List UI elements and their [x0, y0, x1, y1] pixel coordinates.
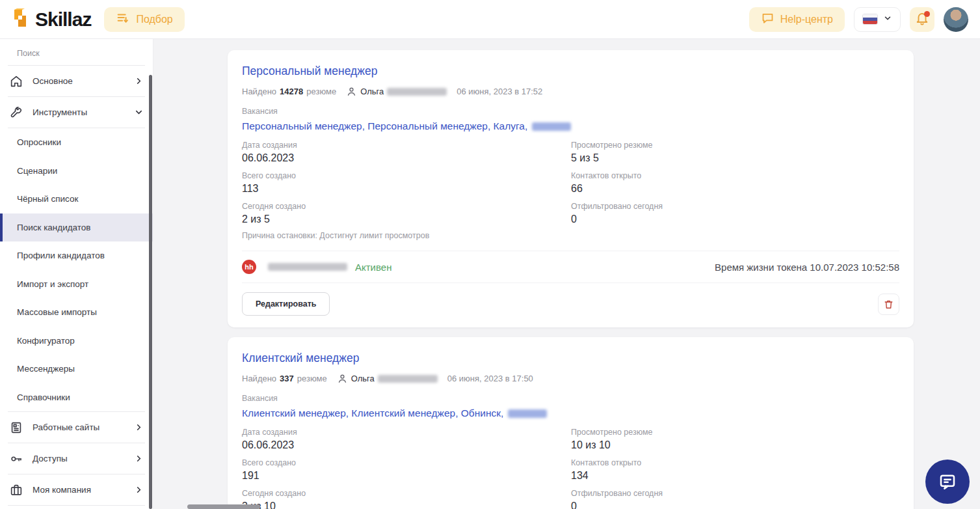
vacancy-link-text: Персональный менеджер, Персональный мене… [242, 120, 527, 132]
sidebar-item-label: Конфигуратор [17, 336, 75, 346]
sidebar-item-spravochniki[interactable]: Справочники [0, 383, 153, 412]
sidebar-item-poisk-kandidatov[interactable]: Поиск кандидатов [0, 213, 153, 242]
stat-label: Всего создано [242, 458, 571, 467]
trash-icon [883, 299, 894, 310]
author-first-name: Ольга [360, 87, 384, 96]
sidebar-item-messendzhery[interactable]: Мессенджеры [0, 355, 153, 383]
stat-label: Дата создания [242, 428, 571, 437]
account-row: hh Активен Время жизни токена 10.07.2023… [242, 251, 899, 283]
sidebar-item-label: Поиск кандидатов [17, 223, 91, 232]
created-at: 06 июня, 2023 в 17:50 [447, 374, 533, 383]
filter-list-icon [116, 11, 130, 28]
chevron-down-icon [134, 107, 144, 117]
vacancy-link[interactable]: Персональный менеджер, Персональный мене… [242, 120, 899, 132]
sidebar-scrollbar[interactable] [149, 75, 152, 509]
resume-suffix: резюме [306, 87, 336, 96]
chevron-right-icon [134, 485, 144, 495]
sidebar-item-label: Работные сайты [33, 422, 99, 432]
delete-button[interactable] [878, 294, 899, 315]
sidebar-item-oprosniki[interactable]: Опросники [0, 128, 153, 157]
sidebar-item-label: Опросники [17, 137, 61, 147]
sidebar-item-label: Доступы [33, 454, 68, 463]
search-task-card: Клиентский менеджер Найдено 337 резюме О… [228, 337, 914, 509]
card-title-link[interactable]: Персональный менеджер [242, 64, 378, 78]
vacancy-id-blurred [532, 122, 571, 131]
horizontal-scrollbar[interactable] [187, 504, 260, 509]
notifications-button[interactable] [910, 7, 934, 32]
chat-widget-button[interactable] [925, 460, 970, 504]
stat-label: Контактов открыто [571, 171, 899, 180]
edit-button[interactable]: Редактировать [242, 292, 330, 316]
sidebar-item-rabotnye-saity[interactable]: Работные сайты [0, 412, 153, 443]
sidebar-item-instrumenty[interactable]: Инструменты [0, 97, 153, 128]
author-surname-blurred [387, 88, 447, 96]
sidebar-item-cherny-spisok[interactable]: Чёрный список [0, 185, 153, 213]
stats-grid: Дата создания06.06.2023 Всего создано113… [242, 133, 899, 240]
sidebar-item-dostupy[interactable]: Доступы [0, 443, 153, 474]
account-email [262, 263, 347, 271]
stat-value: 5 из 5 [571, 152, 899, 164]
stat-value: 0 [571, 213, 899, 225]
author-first-name: Ольга [351, 374, 375, 383]
chevron-right-icon [134, 454, 144, 463]
vacancy-id-blurred [508, 409, 547, 418]
vacancy-label: Вакансия [242, 107, 899, 116]
sidebar-item-import-export[interactable]: Импорт и экспорт [0, 270, 153, 299]
vacancy-link[interactable]: Клиентский менеджер, Клиентский менеджер… [242, 407, 899, 419]
stat-value: 10 из 10 [571, 439, 899, 451]
stat-value: 3 из 10 [242, 501, 571, 509]
sidebar-item-label: Массовые импорты [17, 307, 97, 317]
stat-label: Отфильтровано сегодня [571, 202, 899, 211]
document-icon [9, 420, 23, 435]
person-icon [346, 86, 357, 97]
card-meta-row: Найдено 14278 резюме Ольга 06 июня, 2023… [242, 86, 899, 97]
search-task-card: Персональный менеджер Найдено 14278 резю… [228, 50, 914, 327]
sidebar-item-moya-kompaniya[interactable]: Моя компания [0, 475, 153, 505]
sidebar-item-label: Основное [33, 76, 73, 86]
found-prefix: Найдено [242, 87, 276, 96]
stat-value: 191 [242, 470, 571, 482]
russian-flag-icon [862, 14, 878, 25]
stat-label: Просмотрено резюме [571, 428, 899, 437]
sidebar: Поиск Основное Инструменты Опросники Сце… [0, 39, 153, 509]
stat-value: 134 [571, 470, 899, 482]
sidebar-item-label: Профили кандидатов [17, 251, 105, 260]
token-value: 10.07.2023 10:52:58 [810, 262, 899, 273]
skillaz-logo-icon [9, 7, 31, 32]
notification-badge-dot [924, 11, 930, 17]
email-blurred [268, 263, 347, 271]
podbor-label: Подбор [136, 14, 172, 25]
stat-value: 113 [242, 183, 571, 195]
sidebar-item-label: Импорт и экспорт [17, 279, 88, 289]
language-selector[interactable] [854, 7, 901, 32]
sidebar-item-massovye-importy[interactable]: Массовые импорты [0, 298, 153, 327]
briefcase-icon [9, 483, 23, 497]
author: Ольга [337, 373, 438, 384]
sidebar-item-osnovnoe[interactable]: Основное [0, 66, 153, 96]
key-icon [9, 452, 23, 466]
person-icon [337, 373, 348, 384]
sidebar-item-profili-kandidatov[interactable]: Профили кандидатов [0, 241, 153, 270]
sidebar-item-konfigurator[interactable]: Конфигуратор [0, 327, 153, 355]
stat-label: Просмотрено резюме [571, 141, 899, 150]
author: Ольга [346, 86, 447, 97]
sidebar-item-label: Инструменты [33, 107, 87, 117]
author-surname-blurred [378, 375, 438, 383]
resume-suffix: резюме [297, 374, 327, 383]
podbor-nav-button[interactable]: Подбор [104, 7, 184, 32]
stop-reason: Причина остановки: Достигнут лимит просм… [242, 231, 571, 240]
sidebar-item-scenarii[interactable]: Сценарии [0, 157, 153, 186]
stats-left-column: Дата создания06.06.2023 Всего создано191… [242, 420, 571, 509]
card-title-link[interactable]: Клиентский менеджер [242, 351, 359, 365]
stat-label: Дата создания [242, 141, 571, 150]
top-header: Skillaz Подбор Help-центр [0, 0, 980, 39]
found-count: 337 [280, 374, 294, 383]
chevron-right-icon [134, 422, 144, 432]
help-center-button[interactable]: Help-центр [749, 7, 845, 32]
chevron-right-icon [134, 76, 144, 86]
hh-logo-icon: hh [242, 260, 256, 274]
sidebar-item-label: Сценарии [17, 166, 57, 176]
card-actions-row: Редактировать [242, 292, 899, 316]
user-avatar[interactable] [944, 7, 968, 32]
skillaz-logo[interactable]: Skillaz [9, 7, 91, 32]
